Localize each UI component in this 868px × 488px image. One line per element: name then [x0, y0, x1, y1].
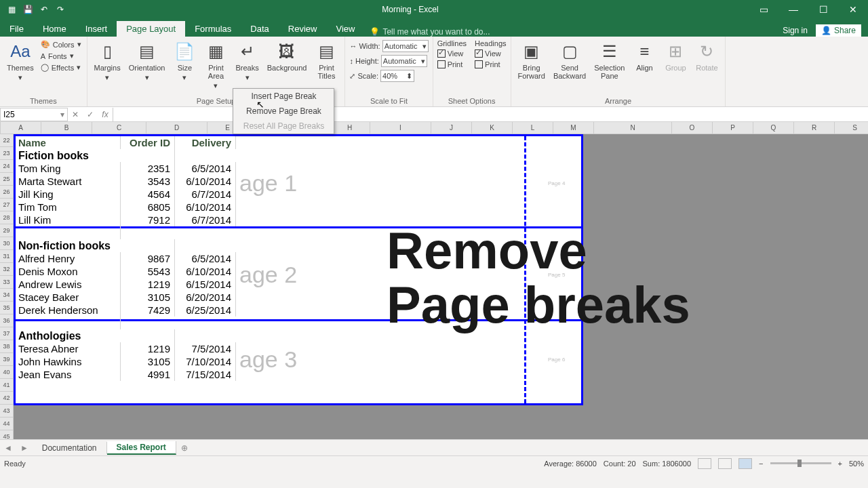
cell[interactable]: 6805	[121, 201, 175, 214]
cell[interactable]: 7/10/2014	[175, 355, 236, 368]
close-icon[interactable]: ✕	[838, 0, 868, 19]
sign-in-link[interactable]: Sign in	[783, 26, 808, 35]
send-backward-button[interactable]: ▢Send Backward	[551, 39, 589, 81]
tab-nav-prev[interactable]: ◄	[0, 443, 16, 453]
col-header-Q[interactable]: Q	[753, 122, 794, 134]
cell[interactable]: 7/5/2014	[175, 342, 236, 355]
row-header[interactable]: 42	[0, 392, 14, 405]
enter-icon[interactable]: ✓	[83, 110, 98, 119]
cell[interactable]: Jean Evans	[16, 368, 121, 381]
row-header[interactable]: 25	[0, 173, 14, 186]
tab-file[interactable]: File	[0, 21, 33, 37]
cell[interactable]: 6/20/2014	[175, 291, 236, 304]
cell[interactable]: John Hawkins	[16, 355, 121, 368]
col-header-M[interactable]: M	[553, 122, 594, 134]
col-header-R[interactable]: R	[794, 122, 835, 134]
tab-home[interactable]: Home	[33, 21, 76, 37]
name-box[interactable]: I25▾	[0, 108, 68, 121]
col-header-J[interactable]: J	[431, 122, 472, 134]
cell[interactable]: Tim Tom	[16, 201, 121, 214]
row-header[interactable]: 43	[0, 405, 14, 418]
cell[interactable]: 1219	[121, 278, 175, 291]
add-sheet-button[interactable]: ⊕	[176, 443, 193, 453]
cell[interactable]: 2351	[121, 162, 175, 175]
sheet-tab-documentation[interactable]: Documentation	[33, 442, 107, 454]
cell[interactable]: 6/5/2014	[175, 252, 236, 265]
tab-view[interactable]: View	[326, 21, 364, 37]
tab-nav-next[interactable]: ►	[16, 443, 33, 453]
tell-me[interactable]: 💡 Tell me what you want to do...	[364, 27, 495, 37]
bring-forward-button[interactable]: ▣Bring Forward	[515, 39, 548, 81]
cell[interactable]: Teresa Abner	[16, 342, 121, 355]
print-area-button[interactable]: ▦Print Area▾	[201, 39, 230, 92]
breaks-button[interactable]: ↵Breaks▾ Insert Page Break Remove Page B…	[233, 39, 261, 83]
row-header[interactable]: 33	[0, 276, 14, 289]
row-header[interactable]: 24	[0, 160, 14, 173]
cell[interactable]: Derek Henderson	[16, 304, 121, 317]
col-header-O[interactable]: O	[672, 122, 713, 134]
cell[interactable]: 6/25/2014	[175, 304, 236, 317]
group-button[interactable]: ⊞Group	[661, 39, 690, 73]
save-icon[interactable]: 💾	[20, 2, 35, 17]
cell[interactable]: 6/5/2014	[175, 162, 236, 175]
col-header-C[interactable]: C	[92, 122, 146, 134]
margins-button[interactable]: ▯Margins▾	[92, 39, 123, 83]
row-header[interactable]: 35	[0, 302, 14, 314]
gridlines-view[interactable]: View	[437, 49, 467, 58]
cell[interactable]: 3105	[121, 291, 175, 304]
col-header-H[interactable]: H	[330, 122, 370, 134]
col-header-L[interactable]: L	[513, 122, 553, 134]
cell[interactable]: 6/7/2014	[175, 188, 236, 201]
formula-input[interactable]	[113, 108, 868, 121]
cell[interactable]: 9867	[121, 252, 175, 265]
cell[interactable]: 5543	[121, 265, 175, 278]
col-header-D[interactable]: D	[146, 122, 208, 134]
cell[interactable]: Order ID	[121, 136, 175, 149]
cell[interactable]: Tom King	[16, 162, 121, 175]
undo-icon[interactable]: ↶	[37, 2, 52, 17]
cell[interactable]: Lill Kim	[16, 214, 121, 226]
row-header[interactable]: 38	[0, 340, 14, 353]
row-header[interactable]: 40	[0, 366, 14, 379]
row-header[interactable]: 31	[0, 250, 14, 263]
col-header-S[interactable]: S	[835, 122, 868, 134]
sheet-tab-sales-report[interactable]: Sales Report	[107, 441, 176, 455]
tab-insert[interactable]: Insert	[76, 21, 117, 37]
view-normal-icon[interactable]	[698, 458, 711, 469]
row-header[interactable]: 27	[0, 199, 14, 211]
themes-button[interactable]: AaThemes▾	[4, 39, 37, 83]
tab-page-layout[interactable]: Page Layout	[117, 21, 185, 37]
col-header-I[interactable]: I	[370, 122, 431, 134]
view-page-layout-icon[interactable]	[718, 458, 732, 469]
gridlines-print[interactable]: Print	[437, 60, 467, 69]
cell[interactable]: Stacey Baker	[16, 291, 121, 304]
row-header[interactable]: 26	[0, 186, 14, 199]
remove-page-break[interactable]: Remove Page Break	[233, 104, 334, 119]
fx-icon[interactable]: fx	[98, 110, 113, 119]
row-header[interactable]: 36	[0, 314, 14, 327]
row-header[interactable]: 28	[0, 211, 14, 224]
redo-icon[interactable]: ↷	[53, 2, 68, 17]
tab-review[interactable]: Review	[279, 21, 327, 37]
cell[interactable]: 3105	[121, 355, 175, 368]
background-button[interactable]: 🖼Background	[264, 39, 310, 73]
print-titles-button[interactable]: ▤Print Titles	[312, 39, 340, 81]
section-header[interactable]: Fiction books	[16, 149, 175, 162]
cell[interactable]: Delivery	[175, 136, 236, 149]
cell[interactable]: 6/15/2014	[175, 278, 236, 291]
selection-pane-button[interactable]: ☰Selection Pane	[591, 39, 627, 81]
cell[interactable]: 7429	[121, 304, 175, 317]
colors-button[interactable]: 🎨Colors ▾	[39, 39, 83, 49]
row-header[interactable]: 41	[0, 379, 14, 392]
zoom-in[interactable]: +	[838, 460, 842, 468]
cell[interactable]: 7912	[121, 214, 175, 226]
cell[interactable]: 4991	[121, 368, 175, 381]
height-select[interactable]: Automatic▾	[381, 55, 427, 67]
cell[interactable]: 1219	[121, 342, 175, 355]
rotate-button[interactable]: ↻Rotate	[692, 39, 721, 73]
insert-page-break[interactable]: Insert Page Break	[233, 89, 334, 104]
ribbon-options-icon[interactable]: ▭	[749, 0, 778, 19]
cell[interactable]: 6/10/2014	[175, 265, 236, 278]
col-header-K[interactable]: K	[472, 122, 513, 134]
section-header[interactable]: Non-fiction books	[16, 239, 175, 252]
